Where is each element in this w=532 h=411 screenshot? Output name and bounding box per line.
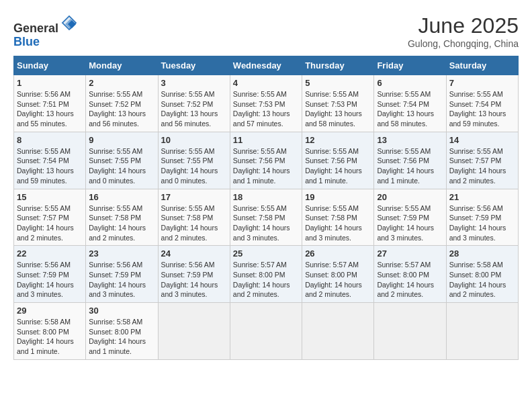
day-info: Sunrise: 5:55 AM Sunset: 7:52 PM Dayligh…: [89, 89, 154, 129]
calendar-week-row: 15Sunrise: 5:55 AM Sunset: 7:57 PM Dayli…: [14, 189, 519, 246]
calendar-cell: 23Sunrise: 5:56 AM Sunset: 7:59 PM Dayli…: [86, 246, 158, 303]
col-wednesday: Wednesday: [230, 56, 302, 75]
day-number: 23: [89, 248, 154, 259]
day-number: 25: [233, 248, 299, 259]
day-number: 15: [17, 192, 83, 202]
day-number: 1: [17, 78, 83, 88]
day-number: 3: [161, 78, 227, 88]
calendar-cell: 4Sunrise: 5:55 AM Sunset: 7:53 PM Daylig…: [230, 75, 302, 132]
calendar-header-row: Sunday Monday Tuesday Wednesday Thursday…: [14, 56, 519, 75]
day-info: Sunrise: 5:58 AM Sunset: 8:00 PM Dayligh…: [449, 260, 515, 300]
calendar-cell: 25Sunrise: 5:57 AM Sunset: 8:00 PM Dayli…: [230, 246, 302, 303]
day-number: 16: [89, 192, 154, 202]
calendar-cell: 27Sunrise: 5:57 AM Sunset: 8:00 PM Dayli…: [374, 246, 446, 303]
calendar-cell: 29Sunrise: 5:58 AM Sunset: 8:00 PM Dayli…: [14, 303, 86, 360]
day-number: 27: [377, 248, 443, 259]
day-info: Sunrise: 5:55 AM Sunset: 7:53 PM Dayligh…: [305, 89, 371, 129]
calendar-cell: 17Sunrise: 5:55 AM Sunset: 7:58 PM Dayli…: [158, 189, 230, 246]
calendar-week-row: 1Sunrise: 5:56 AM Sunset: 7:51 PM Daylig…: [14, 75, 519, 132]
day-number: 14: [449, 135, 515, 145]
calendar-week-row: 22Sunrise: 5:56 AM Sunset: 7:59 PM Dayli…: [14, 246, 519, 303]
calendar-cell: 8Sunrise: 5:55 AM Sunset: 7:54 PM Daylig…: [14, 132, 86, 189]
day-number: 30: [89, 306, 154, 316]
calendar-cell: 5Sunrise: 5:55 AM Sunset: 7:53 PM Daylig…: [302, 75, 374, 132]
day-info: Sunrise: 5:57 AM Sunset: 8:00 PM Dayligh…: [305, 260, 371, 300]
col-saturday: Saturday: [446, 56, 518, 75]
month-title: June 2025: [408, 13, 519, 38]
day-info: Sunrise: 5:56 AM Sunset: 7:59 PM Dayligh…: [89, 260, 154, 300]
day-number: 9: [89, 135, 154, 145]
day-number: 6: [377, 78, 443, 88]
day-info: Sunrise: 5:55 AM Sunset: 7:54 PM Dayligh…: [377, 89, 443, 129]
day-number: 7: [449, 78, 515, 88]
day-info: Sunrise: 5:56 AM Sunset: 7:51 PM Dayligh…: [17, 89, 83, 129]
day-number: 22: [17, 248, 83, 259]
calendar-cell: 11Sunrise: 5:55 AM Sunset: 7:56 PM Dayli…: [230, 132, 302, 189]
day-info: Sunrise: 5:55 AM Sunset: 7:57 PM Dayligh…: [449, 146, 515, 186]
calendar-cell: 30Sunrise: 5:58 AM Sunset: 8:00 PM Dayli…: [86, 303, 158, 360]
logo-blue: Blue: [13, 35, 40, 48]
calendar-cell: 21Sunrise: 5:56 AM Sunset: 7:59 PM Dayli…: [446, 189, 518, 246]
calendar-cell: [446, 303, 518, 360]
day-info: Sunrise: 5:56 AM Sunset: 7:59 PM Dayligh…: [449, 203, 515, 243]
day-info: Sunrise: 5:55 AM Sunset: 7:56 PM Dayligh…: [377, 146, 443, 186]
day-info: Sunrise: 5:55 AM Sunset: 7:53 PM Dayligh…: [233, 89, 299, 129]
day-info: Sunrise: 5:55 AM Sunset: 7:58 PM Dayligh…: [305, 203, 371, 243]
logo-icon: [60, 13, 79, 32]
day-number: 12: [305, 135, 371, 145]
calendar-cell: 22Sunrise: 5:56 AM Sunset: 7:59 PM Dayli…: [14, 246, 86, 303]
day-number: 26: [305, 248, 371, 259]
day-info: Sunrise: 5:56 AM Sunset: 7:59 PM Dayligh…: [17, 260, 83, 300]
page-header: General Blue June 2025 Gulong, Chongqing…: [13, 13, 519, 49]
day-number: 28: [449, 248, 515, 259]
calendar-cell: [158, 303, 230, 360]
day-number: 10: [161, 135, 227, 145]
calendar-cell: [374, 303, 446, 360]
day-number: 17: [161, 192, 227, 202]
calendar-cell: 28Sunrise: 5:58 AM Sunset: 8:00 PM Dayli…: [446, 246, 518, 303]
day-number: 21: [449, 192, 515, 202]
day-info: Sunrise: 5:55 AM Sunset: 7:55 PM Dayligh…: [161, 146, 227, 186]
day-number: 2: [89, 78, 154, 88]
location-title: Gulong, Chongqing, China: [408, 38, 519, 49]
day-info: Sunrise: 5:55 AM Sunset: 7:58 PM Dayligh…: [233, 203, 299, 243]
title-area: June 2025 Gulong, Chongqing, China: [408, 13, 519, 49]
calendar-week-row: 8Sunrise: 5:55 AM Sunset: 7:54 PM Daylig…: [14, 132, 519, 189]
calendar-cell: 24Sunrise: 5:56 AM Sunset: 7:59 PM Dayli…: [158, 246, 230, 303]
calendar-cell: [230, 303, 302, 360]
day-number: 20: [377, 192, 443, 202]
calendar-cell: 16Sunrise: 5:55 AM Sunset: 7:58 PM Dayli…: [86, 189, 158, 246]
day-number: 19: [305, 192, 371, 202]
day-info: Sunrise: 5:55 AM Sunset: 7:59 PM Dayligh…: [377, 203, 443, 243]
calendar-cell: 14Sunrise: 5:55 AM Sunset: 7:57 PM Dayli…: [446, 132, 518, 189]
day-number: 8: [17, 135, 83, 145]
day-info: Sunrise: 5:55 AM Sunset: 7:55 PM Dayligh…: [89, 146, 154, 186]
day-number: 13: [377, 135, 443, 145]
day-number: 18: [233, 192, 299, 202]
logo: General Blue: [13, 13, 79, 49]
day-info: Sunrise: 5:55 AM Sunset: 7:56 PM Dayligh…: [233, 146, 299, 186]
day-info: Sunrise: 5:55 AM Sunset: 7:54 PM Dayligh…: [17, 146, 83, 186]
day-info: Sunrise: 5:56 AM Sunset: 7:59 PM Dayligh…: [161, 260, 227, 300]
day-info: Sunrise: 5:55 AM Sunset: 7:52 PM Dayligh…: [161, 89, 227, 129]
calendar-cell: 7Sunrise: 5:55 AM Sunset: 7:54 PM Daylig…: [446, 75, 518, 132]
calendar-cell: 26Sunrise: 5:57 AM Sunset: 8:00 PM Dayli…: [302, 246, 374, 303]
day-info: Sunrise: 5:55 AM Sunset: 7:58 PM Dayligh…: [161, 203, 227, 243]
day-number: 5: [305, 78, 371, 88]
day-info: Sunrise: 5:57 AM Sunset: 8:00 PM Dayligh…: [377, 260, 443, 300]
day-number: 11: [233, 135, 299, 145]
calendar-cell: [302, 303, 374, 360]
day-info: Sunrise: 5:58 AM Sunset: 8:00 PM Dayligh…: [17, 317, 83, 357]
col-monday: Monday: [86, 56, 158, 75]
calendar-cell: 20Sunrise: 5:55 AM Sunset: 7:59 PM Dayli…: [374, 189, 446, 246]
day-info: Sunrise: 5:55 AM Sunset: 7:58 PM Dayligh…: [89, 203, 154, 243]
calendar-table: Sunday Monday Tuesday Wednesday Thursday…: [13, 56, 519, 360]
col-tuesday: Tuesday: [158, 56, 230, 75]
calendar-cell: 2Sunrise: 5:55 AM Sunset: 7:52 PM Daylig…: [86, 75, 158, 132]
calendar-cell: 13Sunrise: 5:55 AM Sunset: 7:56 PM Dayli…: [374, 132, 446, 189]
col-thursday: Thursday: [302, 56, 374, 75]
calendar-cell: 19Sunrise: 5:55 AM Sunset: 7:58 PM Dayli…: [302, 189, 374, 246]
calendar-cell: 10Sunrise: 5:55 AM Sunset: 7:55 PM Dayli…: [158, 132, 230, 189]
calendar-cell: 12Sunrise: 5:55 AM Sunset: 7:56 PM Dayli…: [302, 132, 374, 189]
col-sunday: Sunday: [14, 56, 86, 75]
